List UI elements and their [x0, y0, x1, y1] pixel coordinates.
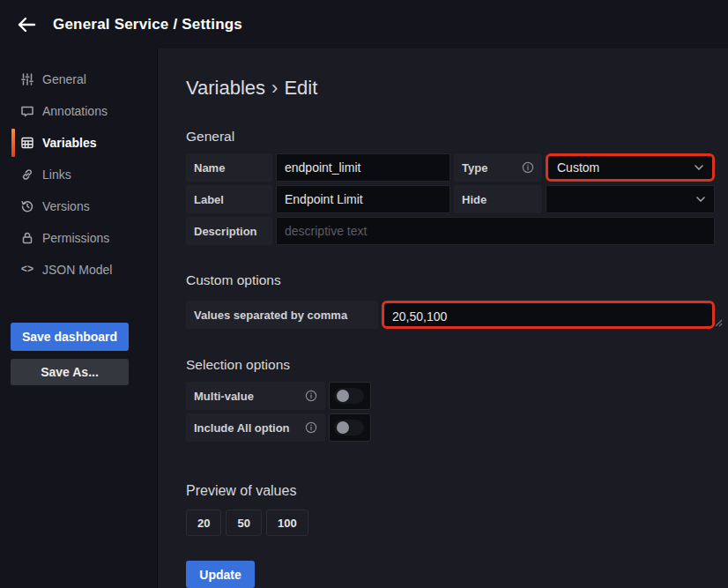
preview-value-chip: 20 [186, 510, 221, 536]
type-field-label: Type [454, 153, 542, 182]
breadcrumb-section[interactable]: Variables [186, 77, 265, 99]
sidebar-item-variables[interactable]: Variables [0, 127, 157, 159]
info-icon[interactable] [305, 421, 317, 434]
sidebar-item-json-model[interactable]: <> JSON Model [0, 254, 157, 286]
back-button[interactable] [12, 11, 41, 39]
active-section-indicator [11, 129, 15, 157]
annotation-icon [20, 104, 34, 118]
sidebar-item-annotations[interactable]: Annotations [0, 95, 157, 127]
link-icon [20, 167, 34, 182]
save-as-button[interactable]: Save As... [11, 359, 129, 385]
variables-icon [20, 136, 34, 150]
save-dashboard-button[interactable]: Save dashboard [11, 323, 129, 351]
info-icon[interactable] [305, 390, 317, 402]
include-all-label: Include All option [186, 413, 325, 442]
preview-heading: Preview of values [186, 483, 728, 499]
variables-edit-panel: Variables›Edit General Name Type [157, 48, 728, 588]
sidebar-item-label: Annotations [42, 104, 108, 118]
chevron-down-icon [696, 197, 705, 202]
values-textarea[interactable]: 20,50,100 [382, 301, 715, 329]
code-icon: <> [20, 264, 34, 276]
sidebar-item-general[interactable]: General [0, 63, 157, 95]
sidebar-item-versions[interactable]: Versions [0, 190, 157, 222]
hide-field-label: Hide [454, 185, 542, 213]
selection-options-form: Multi-value Include All op [186, 382, 715, 442]
include-all-toggle[interactable] [329, 413, 371, 442]
type-select-value: Custom [557, 160, 599, 175]
info-icon[interactable] [522, 161, 534, 174]
sidebar-item-label: JSON Model [42, 263, 112, 277]
sidebar-item-label: Versions [42, 199, 90, 213]
values-field-label: Values separated by comma [186, 301, 378, 329]
settings-nav: General Annotations Variab [0, 48, 157, 588]
grafana-settings-page: General Service / Settings General [0, 0, 728, 588]
description-input[interactable] [276, 217, 715, 245]
breadcrumb-separator: › [265, 77, 284, 99]
custom-options-heading: Custom options [186, 272, 728, 288]
name-input[interactable] [276, 153, 450, 182]
breadcrumb-page: Edit [284, 77, 317, 99]
page-header: General Service / Settings [0, 0, 728, 48]
sidebar-item-label: Variables [42, 136, 97, 150]
label-field-label: Label [186, 185, 272, 213]
multi-value-label: Multi-value [186, 382, 325, 410]
sidebar-item-label: Permissions [42, 231, 109, 245]
multi-value-toggle[interactable] [329, 382, 371, 410]
page-title: General Service / Settings [53, 16, 242, 33]
resize-handle-icon[interactable] [715, 315, 723, 331]
sliders-icon [20, 72, 34, 86]
label-input[interactable] [276, 185, 450, 213]
sidebar-item-permissions[interactable]: Permissions [0, 222, 157, 254]
lock-icon [20, 231, 34, 245]
sidebar-item-label: General [42, 72, 86, 86]
toggle-knob [337, 390, 349, 402]
general-section-heading: General [186, 129, 728, 145]
name-field-label: Name [186, 153, 272, 182]
update-button[interactable]: Update [186, 561, 255, 588]
selection-options-heading: Selection options [186, 357, 728, 373]
custom-options-form: Values separated by comma 20,50,100 [186, 301, 715, 329]
preview-values: 20 50 100 [186, 510, 728, 536]
preview-value-chip: 100 [266, 510, 308, 536]
toggle-knob [337, 421, 349, 434]
description-field-label: Description [186, 217, 272, 245]
preview-value-chip: 50 [226, 510, 261, 536]
type-select[interactable]: Custom [546, 153, 715, 182]
history-icon [20, 199, 34, 213]
back-arrow-icon [16, 14, 37, 35]
sidebar-item-links[interactable]: Links [0, 159, 157, 190]
sidebar-item-label: Links [42, 167, 71, 182]
general-form: Name Type Custom [186, 153, 715, 245]
chevron-down-icon [695, 165, 703, 170]
breadcrumb: Variables›Edit [186, 77, 728, 100]
hide-select[interactable] [546, 185, 715, 213]
